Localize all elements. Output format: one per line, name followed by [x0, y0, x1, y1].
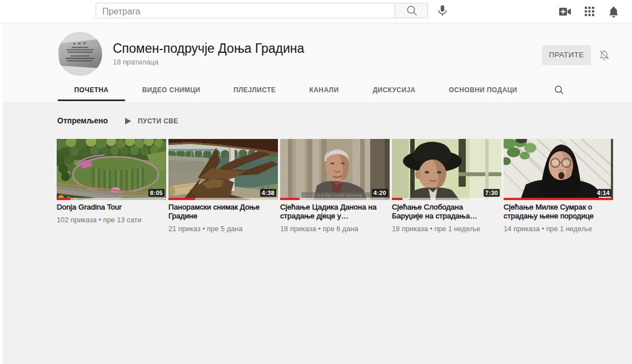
svg-text:Today, it is the worst memory: Today, it is the worst memory: [303, 193, 362, 198]
